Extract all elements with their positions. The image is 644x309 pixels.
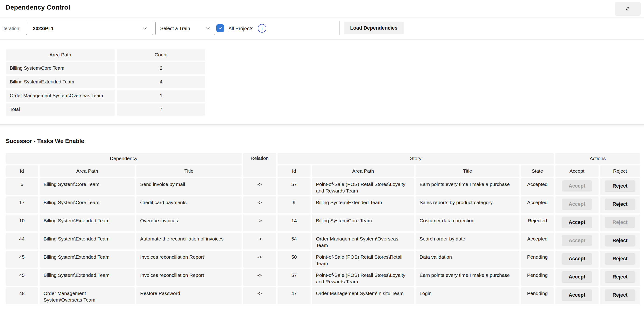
- state-cell: Pendding: [521, 251, 554, 267]
- all-projects-label: All Projects: [228, 26, 254, 32]
- relation-cell: ->: [243, 196, 276, 213]
- dep-area-path-cell: Billing System\Core Team: [40, 178, 134, 195]
- dep-area-path-cell: Billing System\Extended Team: [40, 215, 134, 231]
- story-title-cell: Earn points every time I make a purchase: [416, 178, 519, 195]
- story-area-path-cell: Billing System\Core Team: [312, 215, 414, 231]
- accept-button[interactable]: Accept: [562, 289, 592, 300]
- state-cell: Rejected: [521, 215, 554, 231]
- column-header-dep-id: Id: [6, 165, 38, 176]
- state-cell: Accepted: [521, 196, 554, 213]
- state-cell: Accepted: [521, 233, 554, 249]
- chevron-down-icon: [206, 27, 210, 30]
- accept-button: Accept: [562, 180, 592, 192]
- column-header-reject: Reject: [600, 165, 640, 176]
- state-cell: Pendding: [521, 287, 554, 304]
- story-title-cell: Sales reports by product category: [416, 196, 519, 213]
- expand-icon: [624, 6, 631, 12]
- load-dependencies-button[interactable]: Load Dependencies: [344, 22, 404, 34]
- accept-cell: Accept: [556, 233, 598, 249]
- reject-cell: Reject: [600, 251, 640, 267]
- group-header-story: Story: [278, 153, 554, 164]
- dep-area-path-cell: Billing System\Extended Team: [40, 269, 134, 285]
- group-header-dependency: Dependency: [6, 153, 242, 164]
- reject-button[interactable]: Reject: [605, 289, 635, 300]
- accept-button[interactable]: Accept: [562, 217, 592, 228]
- column-header-dep-area-path: Area Path: [40, 165, 134, 176]
- state-cell: Accepted: [521, 178, 554, 195]
- relation-cell: ->: [243, 233, 276, 249]
- relation-cell: ->: [243, 251, 276, 267]
- story-id-cell: 57: [278, 178, 310, 195]
- summary-count-cell: 2: [117, 62, 205, 74]
- iteration-dropdown[interactable]: 2023\PI 1: [26, 22, 153, 35]
- dep-id-cell: 17: [6, 196, 38, 213]
- reject-cell: Reject: [600, 287, 640, 304]
- app-root: Dependency Control Iteration: 2023\PI 1 …: [0, 0, 644, 309]
- reject-button[interactable]: Reject: [605, 253, 635, 264]
- reject-button[interactable]: Reject: [605, 199, 635, 210]
- story-id-cell: 47: [278, 287, 310, 304]
- dep-id-cell: 6: [6, 178, 38, 195]
- reject-cell: Reject: [600, 178, 640, 195]
- story-id-cell: 14: [278, 215, 310, 231]
- column-header-accept: Accept: [556, 165, 598, 176]
- story-title-cell: Costumer data correction: [416, 215, 519, 231]
- reject-button[interactable]: Reject: [605, 271, 635, 282]
- story-area-path-cell: Point-of-Sale (POS) Retail Stores\Retail…: [312, 251, 414, 267]
- accept-button[interactable]: Accept: [562, 271, 592, 282]
- summary-area-path-cell: Billing System\Core Team: [6, 62, 114, 74]
- dep-id-cell: 45: [6, 269, 38, 285]
- summary-count-cell: 1: [117, 90, 205, 101]
- dep-title-cell: Invoices reconciliation Report: [136, 269, 242, 285]
- reject-cell: Reject: [600, 215, 640, 231]
- dep-title-cell: Invoices reconciliation Report: [136, 251, 242, 267]
- section-title: Sucessor - Tasks We Enable: [6, 138, 84, 144]
- story-id-cell: 54: [278, 233, 310, 249]
- reject-button[interactable]: Reject: [605, 180, 635, 192]
- reject-button[interactable]: Reject: [605, 235, 635, 246]
- accept-cell: Accept: [556, 178, 598, 195]
- page-title: Dependency Control: [6, 4, 70, 11]
- chevron-down-icon: [143, 27, 147, 30]
- summary-table: Area Path Count Billing System\Core Team…: [6, 49, 205, 115]
- story-id-cell: 57: [278, 269, 310, 285]
- dep-area-path-cell: Billing System\Extended Team: [40, 251, 134, 267]
- train-value: Select a Train: [160, 26, 190, 31]
- story-area-path-cell: Order Management System\In situ Team: [312, 287, 414, 304]
- section-divider: [0, 124, 644, 129]
- column-header-dep-title: Title: [136, 165, 242, 176]
- reject-cell: Reject: [600, 196, 640, 213]
- summary-area-path-cell: Total: [6, 104, 114, 115]
- story-area-path-cell: Billing System\Extended Team: [312, 196, 414, 213]
- toolbar: Iteration: 2023\PI 1 Select a Train All …: [0, 18, 644, 40]
- story-title-cell: Data validation: [416, 251, 519, 267]
- dependency-table: Dependency Relation Story Actions Id Are…: [6, 153, 640, 304]
- state-cell: Pendding: [521, 269, 554, 285]
- story-id-cell: 50: [278, 251, 310, 267]
- reject-cell: Reject: [600, 233, 640, 249]
- summary-header-area-path: Area Path: [6, 49, 114, 60]
- column-header-state: State: [521, 165, 554, 176]
- dep-id-cell: 45: [6, 251, 38, 267]
- all-projects-checkbox[interactable]: [216, 24, 224, 32]
- accept-button[interactable]: Accept: [562, 253, 592, 264]
- train-dropdown[interactable]: Select a Train: [155, 22, 215, 35]
- info-icon[interactable]: i: [258, 24, 266, 33]
- story-title-cell: Search order by date: [416, 233, 519, 249]
- dep-title-cell: Overdue invoices: [136, 215, 242, 231]
- story-title-cell: Earn points every time I make a purchase: [416, 269, 519, 285]
- expand-button[interactable]: [615, 2, 641, 16]
- relation-cell: ->: [243, 178, 276, 195]
- story-area-path-cell: Order Management System\Overseas Team: [312, 233, 414, 249]
- accept-cell: Accept: [556, 269, 598, 285]
- reject-button: Reject: [605, 217, 635, 228]
- group-header-relation: Relation: [243, 153, 276, 176]
- relation-cell: ->: [243, 287, 276, 304]
- column-header-story-area-path: Area Path: [312, 165, 414, 176]
- accept-button: Accept: [562, 235, 592, 246]
- story-area-path-cell: Point-of-Sale (POS) Retail Stores\Loyalt…: [312, 269, 414, 285]
- dep-title-cell: Automate the reconciliation of invoices: [136, 233, 242, 249]
- dep-area-path-cell: Billing System\Extended Team: [40, 233, 134, 249]
- accept-button: Accept: [562, 199, 592, 210]
- summary-area-path-cell: Billing System\Extended Team: [6, 76, 114, 88]
